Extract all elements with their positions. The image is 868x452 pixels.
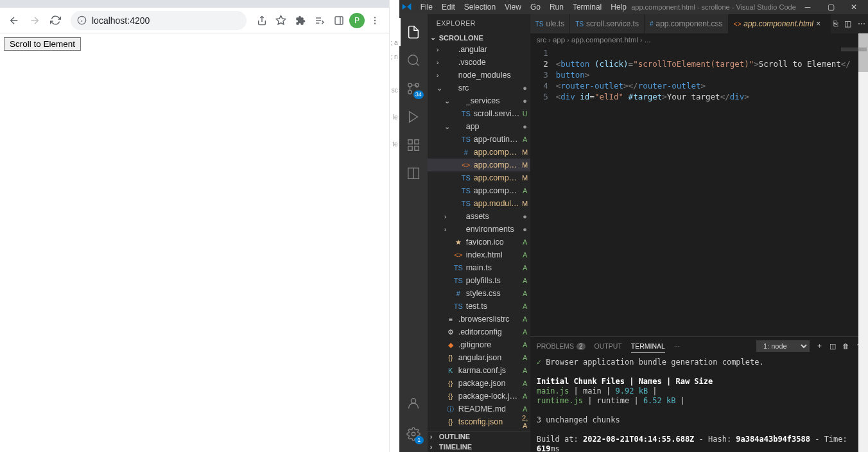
outline-section[interactable]: ›OUTLINE — [428, 431, 530, 442]
file-test-ts[interactable]: TStest.tsA — [428, 300, 530, 313]
file-app-routing-module-ts[interactable]: TSapp-routing.module.tsA — [428, 133, 530, 146]
tab-ule-ts[interactable]: TSule.ts — [530, 14, 570, 33]
terminal-tab[interactable]: TERMINAL — [631, 340, 665, 353]
file-package-lock-json[interactable]: {}package-lock.jsonA — [428, 390, 530, 403]
file--angular[interactable]: ›.angular — [428, 43, 530, 56]
file-app[interactable]: ⌄app● — [428, 120, 530, 133]
file-assets[interactable]: ›assets● — [428, 210, 530, 223]
menu-icon[interactable] — [366, 12, 384, 30]
layout-icon[interactable] — [399, 159, 428, 187]
file-app-component-ts[interactable]: TSapp.component.tsM — [428, 171, 530, 184]
share-icon[interactable] — [253, 12, 271, 30]
account-icon[interactable] — [399, 389, 428, 417]
menu-selection[interactable]: Selection — [460, 0, 500, 14]
file-app-component-html[interactable]: <>app.component.htmlM — [428, 159, 530, 171]
vscode-logo-icon — [402, 2, 412, 12]
search-icon[interactable] — [399, 46, 428, 74]
file-tsconfig-json[interactable]: {}tsconfig.json2, A — [428, 415, 530, 428]
breadcrumb[interactable]: src›app›app.component.html›... — [530, 33, 868, 46]
browser-tab-strip — [0, 0, 389, 8]
back-button[interactable] — [5, 12, 23, 30]
svg-marker-3 — [277, 15, 286, 24]
file-node-modules[interactable]: ›node_modules — [428, 69, 530, 82]
file-scroll-service-ts[interactable]: TSscroll.service.tsU — [428, 107, 530, 120]
file-app-module-ts[interactable]: TSapp.module.tsM — [428, 197, 530, 210]
reading-list-icon[interactable] — [311, 12, 329, 30]
close-icon[interactable]: × — [816, 19, 825, 28]
file--editorconfig[interactable]: ⚙.editorconfigA — [428, 326, 530, 338]
terminal-output[interactable]: ✓ Browser application bundle generation … — [530, 355, 868, 452]
terminal-panel: PROBLEMS2 OUTPUT TERMINAL ··· 1: node ＋ … — [530, 336, 868, 452]
minimize-button[interactable]: ─ — [796, 0, 819, 14]
extensions-icon[interactable] — [399, 131, 428, 159]
split-editor-icon[interactable]: ◫ — [844, 19, 851, 28]
file-app-component-css[interactable]: #app.component.cssM — [428, 146, 530, 159]
file-styles-css[interactable]: #styles.cssA — [428, 287, 530, 300]
menu-terminal[interactable]: Terminal — [568, 0, 606, 14]
tab-scroll-service-ts[interactable]: TSscroll.service.ts — [570, 14, 645, 33]
file--gitignore[interactable]: ◆.gitignoreA — [428, 338, 530, 351]
file-polyfills-ts[interactable]: TSpolyfills.tsA — [428, 274, 530, 287]
file-readme-md[interactable]: ⓘREADME.mdA — [428, 403, 530, 415]
svg-point-25 — [412, 432, 415, 436]
svg-point-24 — [411, 399, 415, 403]
debug-icon[interactable] — [399, 103, 428, 131]
menu-run[interactable]: Run — [545, 0, 568, 14]
file-tsconfig-app-json[interactable]: {}tsconfig.app.jsonA — [428, 428, 530, 431]
compare-icon[interactable]: ⎘ — [833, 19, 838, 28]
bookmark-icon[interactable] — [272, 12, 290, 30]
page-content: Scroll to Element — [0, 33, 389, 452]
tab-app-component-css[interactable]: #app.component.css — [645, 14, 729, 33]
more-tabs[interactable]: ··· — [674, 340, 680, 352]
side-panel-icon[interactable] — [330, 12, 348, 30]
new-terminal-icon[interactable]: ＋ — [816, 342, 823, 351]
window-title: app.component.html - scrollone - Visual … — [631, 3, 796, 11]
file-karma-conf-js[interactable]: Kkarma.conf.jsA — [428, 364, 530, 377]
sidebar-title: EXPLORER — [428, 14, 530, 32]
problems-tab[interactable]: PROBLEMS2 — [537, 340, 586, 352]
code-content[interactable]: <button (click)="scrollToElement(target)… — [556, 46, 868, 336]
editor-area: TSule.tsTSscroll.service.ts#app.componen… — [530, 14, 868, 452]
settings-icon[interactable]: 1 — [399, 420, 428, 448]
tab-app-component-html[interactable]: <>app.component.html× — [729, 14, 831, 33]
profile-avatar[interactable]: P — [349, 13, 365, 28]
menu-edit[interactable]: Edit — [437, 0, 460, 14]
file-favicon-ico[interactable]: ★favicon.icoA — [428, 236, 530, 248]
file-package-json[interactable]: {}package.jsonA — [428, 377, 530, 390]
file-app-component-spec-ts[interactable]: TSapp.component.spec.tsA — [428, 184, 530, 197]
file--services[interactable]: ⌄_services● — [428, 94, 530, 107]
trash-icon[interactable]: 🗑 — [842, 342, 849, 350]
file-src[interactable]: ⌄src● — [428, 82, 530, 94]
file--browserslistrc[interactable]: ≡.browserslistrcA — [428, 313, 530, 326]
scroll-to-element-button[interactable]: Scroll to Element — [4, 37, 81, 51]
reload-button[interactable] — [46, 12, 64, 30]
close-button[interactable]: ✕ — [842, 0, 865, 14]
minimap[interactable] — [841, 48, 867, 51]
extensions-icon[interactable] — [291, 12, 309, 30]
terminal-selector[interactable]: 1: node — [756, 340, 810, 352]
file--vscode[interactable]: ›.vscode — [428, 56, 530, 69]
code-editor[interactable]: 1 2 3 4 5 <button (click)="scrollToEleme… — [530, 46, 868, 336]
explorer-icon[interactable] — [399, 18, 428, 46]
svg-rect-20 — [408, 146, 412, 150]
tab-bar: TSule.tsTSscroll.service.ts#app.componen… — [530, 14, 868, 33]
file-index-html[interactable]: <>index.htmlA — [428, 248, 530, 261]
url-bar[interactable]: localhost:4200 — [71, 11, 247, 30]
file-angular-json[interactable]: {}angular.jsonA — [428, 351, 530, 364]
partial-panel: ; a ; n sc le te — [389, 0, 399, 452]
project-root[interactable]: ⌄SCROLLONE — [428, 32, 530, 43]
file-main-ts[interactable]: TSmain.tsA — [428, 261, 530, 274]
split-terminal-icon[interactable]: ◫ — [829, 342, 836, 350]
output-tab[interactable]: OUTPUT — [595, 340, 622, 352]
menu-file[interactable]: File — [416, 0, 437, 14]
menu-help[interactable]: Help — [606, 0, 631, 14]
forward-button[interactable] — [26, 12, 44, 30]
more-icon[interactable]: ⋯ — [858, 19, 865, 28]
file-environments[interactable]: ›environments● — [428, 223, 530, 236]
source-control-icon[interactable]: 34 — [399, 74, 428, 103]
svg-rect-18 — [408, 140, 412, 144]
maximize-button[interactable]: ▢ — [819, 0, 842, 14]
menu-view[interactable]: View — [500, 0, 526, 14]
timeline-section[interactable]: ›TIMELINE — [428, 442, 530, 452]
menu-go[interactable]: Go — [526, 0, 545, 14]
